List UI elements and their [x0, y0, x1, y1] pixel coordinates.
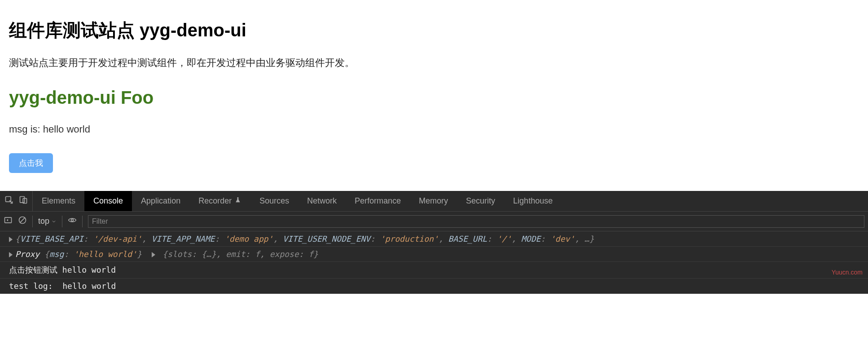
devtools-tab-console[interactable]: Console: [84, 191, 132, 211]
page-title: 组件库测试站点 yyg-demo-ui: [9, 18, 859, 43]
context-selector[interactable]: top: [38, 217, 57, 226]
click-me-button[interactable]: 点击我: [9, 153, 53, 173]
watermark-text: Yuucn.com: [832, 269, 863, 276]
device-toggle-icon[interactable]: [19, 195, 28, 207]
devtools-tab-application[interactable]: Application: [132, 191, 189, 211]
component-title: yyg-demo-ui Foo: [9, 88, 859, 108]
expand-icon[interactable]: [9, 252, 13, 257]
devtools-tab-memory[interactable]: Memory: [410, 191, 457, 211]
expand-icon[interactable]: [152, 252, 155, 257]
console-line[interactable]: 点击按钮测试 hello world: [0, 262, 868, 279]
console-toolbar: top: [0, 212, 868, 231]
clear-console-icon[interactable]: [18, 216, 27, 227]
console-line[interactable]: test log: hello world: [0, 279, 868, 294]
devtools-tab-elements[interactable]: Elements: [33, 191, 84, 211]
devtools-tab-lighthouse[interactable]: Lighthouse: [504, 191, 561, 211]
console-filter-input[interactable]: [88, 215, 864, 228]
page-description: 测试站点主要用于开发过程中测试组件，即在开发过程中由业务驱动组件开发。: [9, 56, 859, 70]
svg-point-6: [71, 219, 74, 221]
flask-icon: [234, 196, 241, 206]
page-content: 组件库测试站点 yyg-demo-ui 测试站点主要用于开发过程中测试组件，即在…: [0, 0, 868, 191]
expand-icon[interactable]: [9, 237, 13, 242]
context-selector-label: top: [38, 217, 49, 226]
devtools-tabbar: ElementsConsoleApplicationRecorderSource…: [0, 191, 868, 212]
console-line[interactable]: Proxy {msg: 'hello world'} {slots: {…}, …: [0, 247, 868, 262]
console-sidebar-toggle-icon[interactable]: [4, 216, 13, 227]
devtools-tab-sources[interactable]: Sources: [250, 191, 298, 211]
console-line[interactable]: {VITE_BASE_API: '/dev-api', VITE_APP_NAM…: [0, 231, 868, 247]
devtools-tab-performance[interactable]: Performance: [346, 191, 410, 211]
msg-output: msg is: hello world: [9, 124, 859, 135]
devtools-panel: ElementsConsoleApplicationRecorderSource…: [0, 191, 868, 294]
devtools-tab-recorder[interactable]: Recorder: [189, 191, 250, 211]
devtools-tab-security[interactable]: Security: [457, 191, 504, 211]
chevron-down-icon: [51, 219, 57, 224]
svg-line-5: [20, 217, 25, 223]
console-output: {VITE_BASE_API: '/dev-api', VITE_APP_NAM…: [0, 231, 868, 294]
svg-rect-1: [20, 197, 25, 203]
devtools-tab-network[interactable]: Network: [298, 191, 346, 211]
eye-icon[interactable]: [68, 216, 77, 227]
inspect-icon[interactable]: [4, 195, 13, 207]
